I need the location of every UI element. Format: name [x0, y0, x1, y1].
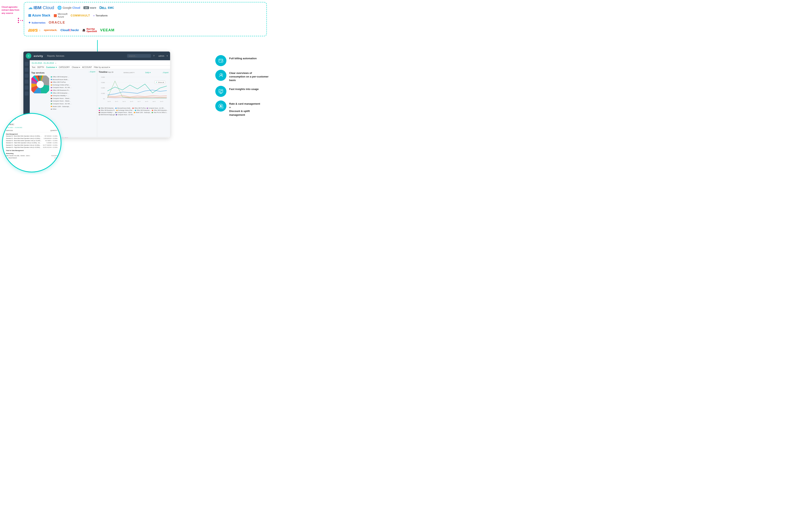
redhat-logo: 🎩 Red HatOpenShift: [82, 28, 97, 33]
aws-logo: aws ↓: [28, 27, 40, 33]
features-panel: Full billing automation Clear overviews …: [215, 55, 269, 117]
admin-label: admin: [158, 55, 164, 57]
google-cloud-logo: 🌐 Google Cloud: [57, 5, 80, 10]
bill-row: ... - Virtual Network 1,425: [6, 157, 58, 159]
granularity-label: GRANULARITY: [123, 72, 135, 73]
granularity-value[interactable]: Daily ▾: [145, 71, 151, 73]
bill-row: Standard IO - Page Blob Read Operation U…: [6, 146, 58, 149]
billing-icon-circle: [215, 55, 226, 66]
svg-text:€ 4000: € 4000: [101, 77, 105, 78]
microsoft-azure-logo: ▩ MicrosoftAzure: [53, 13, 68, 18]
cloud-banner: ☁ IBM Cloud 🌐 Google Cloud vm ware DELL …: [24, 2, 267, 36]
bill-section-networking: Networking: [6, 152, 58, 154]
filter-text: Text: [32, 66, 35, 68]
svg-text:€ 3000: € 3000: [101, 82, 105, 83]
filter-customer[interactable]: Customer ▾: [46, 66, 57, 68]
overview-icon: [218, 72, 224, 78]
timeline-chart: € 4000 € 3000 € 2000 € 1000 € 0 Jan 09 J…: [99, 75, 168, 106]
insights-icon-circle: [215, 86, 226, 97]
timeline-export[interactable]: ↓ Export: [162, 71, 168, 73]
commvault-logo: COMMVAULT: [70, 14, 90, 17]
filter-depth: DEPTH: [37, 66, 44, 68]
dell-emc-logo: DELL EMC: [99, 6, 114, 10]
connector-line: [97, 40, 98, 52]
openstack-logo: openstack.: [44, 29, 57, 32]
timeline-title: Timeline top 15: [99, 71, 113, 73]
timeline-panel: Timeline top 15 GRANULARITY Daily ▾ ↓ Ex…: [97, 69, 170, 137]
svg-text:Jan 21: Jan 21: [152, 101, 156, 102]
cloudcheckr-logo: CloudCheckr: [61, 28, 79, 32]
rate-management-icon: $: [218, 103, 224, 109]
insights-icon: [218, 88, 224, 94]
svg-point-36: [221, 74, 223, 75]
help-icon[interactable]: ?: [153, 55, 155, 57]
admin-chevron[interactable]: ▾: [167, 55, 168, 57]
bill-row: Standard IO - Table Write Operation Unit…: [6, 142, 58, 144]
svg-text:Jan 15: Jan 15: [130, 101, 133, 102]
bill-row: Data Transfer Out (GB) - Generic - Zone …: [6, 154, 58, 157]
svg-text:Jan 19: Jan 19: [145, 101, 148, 102]
filter-choose[interactable]: Choose ▾: [72, 66, 80, 68]
svg-text:Jan 17: Jan 17: [137, 101, 141, 102]
bill-row: Standard IO - Page Blob Write Operation …: [6, 144, 58, 146]
filter-account-by[interactable]: Filter by account ▾: [94, 66, 110, 68]
bill-date-range: 01-07-2021 — 01-08-2021: [6, 127, 58, 129]
svg-text:€ 1000: € 1000: [101, 93, 105, 94]
insights-feature-text: Fast insights into usage: [229, 86, 259, 91]
rate-feature-text: Rate & card management + Discount & upli…: [229, 100, 260, 117]
svg-point-13: [37, 81, 44, 88]
svg-text:€ 2000: € 2000: [101, 87, 105, 88]
show-all-badge[interactable]: ✔ Show all: [155, 81, 165, 84]
bill-section-data-mgmt: Data Management: [6, 133, 58, 135]
billing-feature-text: Full billing automation: [229, 55, 257, 60]
bill-circle: ☰ Summary ☑ Services NAME Blanda Inc 01-…: [2, 113, 62, 173]
bill-row: Standard IO - Block Blob Read Operation …: [6, 137, 58, 140]
date-range-text: 01-03-2018 - 01-26-2018: [32, 62, 54, 64]
azure-stack-logo: ⊞ Azure Stack: [28, 13, 50, 18]
svg-text:Jan 09: Jan 09: [108, 101, 111, 102]
oracle-logo: ORACLE: [49, 21, 65, 24]
search-input[interactable]: [127, 54, 151, 58]
terraform-logo: ⬦ Terraform: [93, 14, 108, 17]
svg-text:Jan 11: Jan 11: [115, 101, 118, 102]
date-range-bar: 01-03-2018 - 01-26-2018 ▾: [30, 60, 170, 66]
vmware-logo: vm ware: [83, 6, 96, 9]
overview-feature-text: Clear overviews of consumption on a per-…: [229, 70, 269, 82]
bill-services-col: SERVICES: [6, 129, 13, 132]
feature-rate: $ Rate & card management + Discount & up…: [215, 100, 269, 117]
billing-automation-icon: [218, 58, 224, 63]
nav-label: Reports: Services: [47, 55, 64, 57]
dashboard-topbar: ⚛ exivity Reports: Services ? admin ▾: [23, 51, 170, 60]
feature-overview: Clear overviews of consumption on a per-…: [215, 70, 269, 82]
bill-row: Standard IO - Block Blob Write Operation…: [6, 135, 58, 137]
brand-icon: ⚛: [26, 53, 31, 59]
svg-text:€ 0: € 0: [103, 98, 105, 99]
pie-chart: [31, 76, 49, 93]
brand-name: exivity: [34, 54, 43, 58]
svg-point-34: [221, 61, 223, 63]
top-services-export[interactable]: ↓ Export: [89, 71, 95, 73]
filter-account: ACCOUNT: [82, 66, 92, 68]
svg-text:$: $: [220, 105, 222, 107]
kubernetes-logo: ✦ kubernetes: [28, 21, 45, 24]
filter-category: CATEGORY: [59, 66, 70, 68]
filter-bar[interactable]: Text DEPTH Customer ▾ CATEGORY Choose ▾ …: [30, 66, 170, 69]
feature-billing: Full billing automation: [215, 55, 269, 66]
svg-text:Jan 23: Jan 23: [160, 101, 163, 102]
bill-qty-col: QUANTITY: [50, 129, 58, 132]
ibm-cloud-logo: ☁ IBM Cloud: [28, 5, 54, 10]
feature-insights: Fast insights into usage: [215, 86, 269, 97]
bill-customer[interactable]: Blanda Inc: [6, 123, 15, 126]
bill-total-data-mgmt: Total for Data Management: [6, 149, 58, 152]
bill-name-label: NAME: [6, 121, 58, 123]
veeam-logo: VEEAM: [100, 28, 115, 32]
overview-icon-circle: [215, 70, 226, 81]
top-services-title: Top services: [31, 71, 44, 74]
cloud-agnostic-label: Cloud agnostic: extract data from any so…: [2, 5, 23, 15]
top-services-legend: Office 365 Enterprise ... Microsoft Azur…: [51, 76, 71, 111]
rate-icon-circle: $: [215, 100, 226, 112]
svg-text:Jan 13: Jan 13: [123, 101, 126, 102]
timeline-legend: Office 365 Enterprise... Microsoft Azure…: [99, 108, 168, 115]
bill-row: Standard IO - Block Blob Delete Operatio…: [6, 140, 58, 142]
